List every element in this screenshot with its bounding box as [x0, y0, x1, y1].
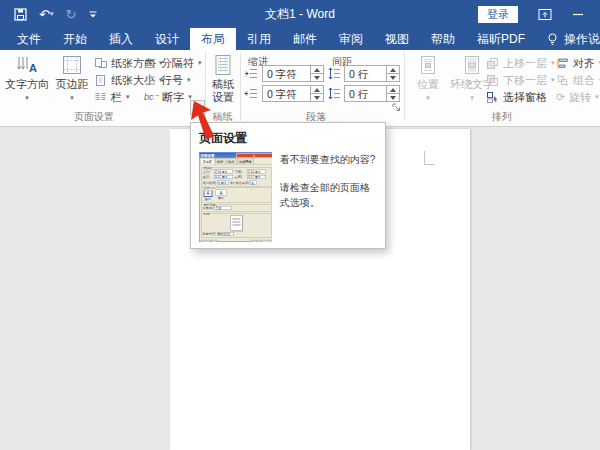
margins-button[interactable]: 页边距 ▾ [52, 53, 92, 104]
line-numbers-icon [144, 74, 157, 87]
tab-layout[interactable]: 布局 [190, 28, 236, 50]
chevron-down-icon: ▾ [187, 76, 191, 84]
text-direction-button[interactable]: A 文字方向 ▾ [4, 53, 50, 104]
svg-text:A: A [29, 62, 37, 74]
ribbon-tab-bar: 文件 开始 插入 设计 布局 引用 邮件 审阅 视图 帮助 福昕PDF 操作说明… [0, 28, 600, 50]
grid-page-icon [213, 53, 233, 77]
mini-tab-grid: 文档网格 [237, 159, 254, 165]
position-button: 位置 ▾ [410, 53, 446, 104]
tab-view[interactable]: 视图 [374, 28, 420, 50]
ribbon: A 文字方向 ▾ 页边距 ▾ 纸张方向 ▾ [0, 50, 600, 127]
breaks-icon [144, 57, 157, 70]
margins-icon [62, 53, 82, 77]
tab-insert[interactable]: 插入 [98, 28, 144, 50]
send-backward-icon [486, 74, 499, 87]
arrange-group: 位置 ▾ 环绕文字 ▾ 上移一层 ▾ 下移一 [404, 50, 600, 127]
arrange-group-label: 排列 [404, 110, 600, 124]
chevron-down-icon: ▾ [25, 91, 29, 104]
chevron-down-icon: ▾ [551, 59, 555, 67]
mini-close-icon: × [236, 153, 272, 157]
spacing-after-spinner[interactable]: 0 行 [344, 85, 400, 102]
align-icon [556, 57, 569, 70]
hyphenation-button[interactable]: bc⁻ 断字 ▾ [144, 89, 192, 105]
page-setup-group: A 文字方向 ▾ 页边距 ▾ 纸张方向 ▾ [0, 50, 205, 127]
rotate-icon: ⟳ [556, 91, 565, 104]
mini-tab-paper: 纸张 [215, 159, 226, 165]
tab-review[interactable]: 审阅 [328, 28, 374, 50]
indent-right-value: 0 字符 [263, 86, 310, 101]
mini-ok-button: 确定 [251, 240, 261, 242]
columns-icon [94, 91, 107, 104]
spin-up-icon[interactable] [387, 66, 399, 74]
spin-up-icon[interactable] [387, 86, 399, 94]
line-numbers-button[interactable]: 行号 ▾ [144, 72, 191, 88]
page-setup-group-label: 页面设置 [0, 110, 188, 124]
indent-left-value: 0 字符 [263, 66, 310, 81]
sign-in-button[interactable]: 登录 [478, 6, 518, 23]
position-icon [419, 53, 437, 77]
spin-up-icon[interactable] [311, 86, 323, 94]
chevron-down-icon: ▾ [551, 76, 555, 84]
tab-foxit-pdf[interactable]: 福昕PDF [466, 28, 536, 50]
tab-mailings[interactable]: 邮件 [282, 28, 328, 50]
lightbulb-icon [546, 32, 559, 46]
columns-button[interactable]: 栏 ▾ [94, 89, 130, 105]
minimize-icon[interactable] [572, 8, 584, 20]
page-setup-dialog-preview: 页面设置 × 页边距 纸张 版式 文档网格 页边距 上(T): 2.54 厘米 [199, 152, 272, 242]
tooltip-line2: 请检查全部的页面格式选项。 [280, 180, 377, 211]
chevron-down-icon: ▾ [595, 93, 599, 101]
bring-forward-button: 上移一层 ▾ [486, 55, 555, 71]
mini-portrait-option: A 纵向 [204, 190, 213, 202]
align-button[interactable]: 对齐 ▾ [556, 55, 600, 71]
group-button: 组合 ▾ [556, 72, 600, 88]
mini-tab-layout: 版式 [226, 159, 237, 165]
mini-default-button: 默认(D)... [201, 240, 218, 242]
mini-tab-margins: 页边距 [201, 159, 215, 165]
indent-left-spinner[interactable]: 0 字符 [262, 65, 324, 82]
wrap-text-icon [463, 53, 481, 77]
spin-up-icon[interactable] [311, 66, 323, 74]
mini-cancel-button: 取消 [262, 240, 272, 242]
indent-right-spinner[interactable]: 0 字符 [262, 85, 324, 102]
indent-right-icon [244, 87, 258, 100]
margin-corner-mark [424, 151, 435, 165]
chevron-down-icon: ▾ [198, 59, 202, 67]
tab-help[interactable]: 帮助 [420, 28, 466, 50]
mini-preview-thumbnail [231, 215, 243, 231]
tab-file[interactable]: 文件 [6, 28, 52, 50]
group-objects-icon [556, 74, 569, 87]
spin-down-icon[interactable] [311, 94, 323, 101]
paragraph-dialog-launcher[interactable] [390, 101, 403, 114]
chevron-down-icon: ▾ [426, 91, 430, 104]
send-backward-button: 下移一层 ▾ [486, 72, 555, 88]
tab-design[interactable]: 设计 [144, 28, 190, 50]
paper-size-icon [94, 74, 107, 87]
tell-me-search[interactable]: 操作说明搜索 [546, 28, 600, 50]
text-direction-icon: A [16, 53, 38, 77]
tooltip-title: 页面设置 [199, 130, 377, 147]
spacing-after-icon [328, 87, 341, 100]
tooltip-body: 看不到要查找的内容? 请检查全部的页面格式选项。 [280, 152, 377, 242]
selection-pane-button[interactable]: 选择窗格 [486, 89, 547, 105]
spin-down-icon[interactable] [311, 74, 323, 81]
ribbon-display-options-icon[interactable] [538, 8, 552, 21]
spin-down-icon[interactable] [387, 94, 399, 101]
red-pointer-arrow-icon [187, 98, 223, 144]
spacing-before-value: 0 行 [345, 66, 386, 81]
spin-down-icon[interactable] [387, 74, 399, 81]
paragraph-group: 缩进 间距 0 字符 0 字符 0 行 [240, 50, 404, 127]
tooltip-line1: 看不到要查找的内容? [280, 152, 377, 168]
orientation-icon [94, 57, 107, 70]
indent-left-icon [244, 67, 258, 80]
mini-landscape-option: A 横向 [216, 190, 227, 202]
spacing-before-spinner[interactable]: 0 行 [344, 65, 400, 82]
tab-home[interactable]: 开始 [52, 28, 98, 50]
word-window: ↶▾ ↻ 文档1 - Word 登录 文件 开始 插入 设计 布局 引用 邮件 … [0, 0, 600, 450]
chevron-down-icon: ▾ [126, 93, 130, 101]
mini-dialog-titlebar: 页面设置 × [200, 153, 272, 159]
grid-settings-button[interactable]: 稿纸 设置 [206, 53, 240, 104]
spacing-before-icon [328, 67, 341, 80]
breaks-button[interactable]: 分隔符 ▾ [144, 55, 202, 71]
rotate-button: ⟳ 旋转 ▾ [556, 89, 599, 105]
tab-references[interactable]: 引用 [236, 28, 282, 50]
